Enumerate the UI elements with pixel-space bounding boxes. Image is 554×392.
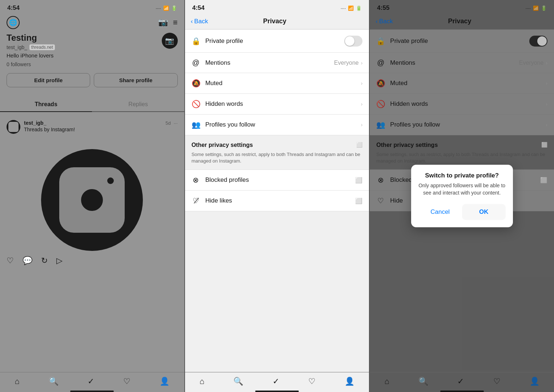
- mentions-label-2: Mentions: [205, 59, 329, 67]
- tab-replies[interactable]: Replies: [92, 97, 184, 111]
- privacy-dialog-panel: 4:55 ···· 📶 🔋 ‹ Back Privacy 🔒 Private p…: [370, 0, 554, 392]
- bottom-nav-1: ⌂ 🔍 ✓ ♡ 👤: [0, 372, 184, 388]
- private-profile-label-2: Private profile: [205, 37, 340, 45]
- muted-icon-2: 🔕: [192, 79, 200, 88]
- status-icons-1: ···· 📶 🔋: [156, 5, 177, 11]
- thread-text: Threads by Instagram!: [24, 127, 178, 132]
- profile-info: Testing test_igb_ threads.net Hello iPho…: [0, 33, 184, 97]
- private-profile-row-2[interactable]: 🔒 Private profile: [185, 29, 369, 53]
- threads-badge: threads.net: [29, 44, 55, 50]
- dialog-overlay: Switch to private profile? Only approved…: [370, 0, 554, 392]
- menu-icon[interactable]: ≡: [173, 18, 178, 27]
- muted-label-2: Muted: [205, 80, 356, 87]
- share-icon[interactable]: ▷: [56, 256, 63, 265]
- hidden-words-row-2[interactable]: 🚫 Hidden words ›: [185, 94, 369, 115]
- thread-header: test_igb_ 5d ···: [24, 120, 178, 126]
- ext-icon-likes-2: ⬜: [355, 197, 362, 204]
- thread-item: test_igb_ 5d ··· Threads by Instagram!: [0, 116, 184, 138]
- nav-home-2[interactable]: ⌂: [200, 377, 204, 386]
- lock-icon-2: 🔒: [192, 37, 200, 45]
- chevron-left-icon-2: ‹: [191, 18, 193, 25]
- status-time-1: 4:54: [7, 4, 20, 12]
- nav-likes-1[interactable]: ♡: [123, 377, 131, 386]
- profile-panel: 4:54 ···· 📶 🔋 🌐 📷 ≡ Testing test_igb_ th…: [0, 0, 184, 392]
- back-button-2[interactable]: ‹ Back: [191, 18, 208, 25]
- nav-search-1[interactable]: 🔍: [49, 377, 59, 386]
- muted-row-2[interactable]: 🔕 Muted ›: [185, 73, 369, 94]
- thread-avatar: [7, 120, 20, 134]
- chevron-icon-hidden-2: ›: [361, 101, 363, 107]
- hide-likes-row-2[interactable]: ♡̸ Hide likes ⬜: [185, 191, 369, 211]
- hide-likes-label-2: Hide likes: [205, 197, 350, 204]
- mentions-value-2: Everyone: [334, 60, 359, 66]
- status-bar-2: 4:54 ···· 📶 🔋: [185, 0, 369, 15]
- signal-icon-2: ····: [341, 5, 346, 11]
- thread-meta: 5d ···: [165, 120, 177, 126]
- avatar-image: [8, 122, 19, 132]
- private-profile-toggle-2[interactable]: [344, 36, 362, 47]
- blocked-icon-2: ⊗: [192, 176, 200, 184]
- profiles-follow-row-2[interactable]: 👥 Profiles you follow ›: [185, 115, 369, 135]
- switch-private-dialog: Switch to private profile? Only approved…: [411, 165, 513, 227]
- ext-link-icon-2: ⬜: [356, 142, 362, 148]
- top-bar-right: 📷 ≡: [158, 18, 178, 27]
- other-settings-header-2: Other privacy settings ⬜: [185, 135, 369, 151]
- hidden-words-label-2: Hidden words: [205, 100, 356, 108]
- blocked-label-2: Blocked profiles: [205, 176, 350, 184]
- profile-name: Testing: [7, 33, 55, 43]
- status-bar-1: 4:54 ···· 📶 🔋: [0, 0, 184, 15]
- profile-top-bar: 🌐 📷 ≡: [0, 15, 184, 33]
- battery-icon-2: 🔋: [356, 5, 362, 11]
- edit-profile-button[interactable]: Edit profile: [7, 73, 90, 87]
- privacy-title-2: Privacy: [263, 17, 286, 25]
- privacy-nav-bar: ‹ Back Privacy: [185, 15, 369, 29]
- profile-handle: test_igb_ threads.net: [7, 44, 55, 50]
- nav-home-1[interactable]: ⌂: [15, 377, 19, 386]
- profiles-follow-label-2: Profiles you follow: [205, 121, 356, 128]
- profile-tabs: Threads Replies: [0, 97, 184, 112]
- logo-lens: [77, 185, 107, 215]
- nav-profile-2[interactable]: 👤: [345, 377, 354, 386]
- toggle-knob-2: [345, 36, 354, 46]
- privacy-list-2: 🔒 Private profile @ Mentions Everyone › …: [185, 29, 369, 372]
- tab-threads[interactable]: Threads: [0, 97, 92, 112]
- logo-circle: [41, 149, 143, 251]
- mentions-row-2[interactable]: @ Mentions Everyone ›: [185, 53, 369, 73]
- thread-username: test_igb_: [24, 120, 46, 126]
- nav-activity-1[interactable]: ✓: [88, 377, 94, 386]
- profile-bio: Hello iPhone lovers: [7, 52, 55, 59]
- nav-activity-2[interactable]: ✓: [273, 377, 279, 386]
- dialog-ok-button[interactable]: OK: [462, 204, 506, 220]
- followers-count: 0 followers: [7, 61, 55, 67]
- status-time-2: 4:54: [192, 4, 205, 12]
- repost-icon[interactable]: ↻: [41, 256, 48, 265]
- share-profile-button[interactable]: Share profile: [94, 73, 177, 87]
- other-settings-sub-2: Some settings, such as restrict, apply t…: [185, 151, 369, 169]
- comment-icon[interactable]: 💬: [23, 256, 32, 265]
- mentions-right-2: Everyone ›: [334, 60, 362, 66]
- globe-icon[interactable]: 🌐: [7, 16, 20, 29]
- hide-likes-icon-2: ♡̸: [192, 196, 200, 205]
- nav-likes-2[interactable]: ♡: [308, 377, 316, 386]
- dialog-cancel-button[interactable]: Cancel: [418, 204, 462, 220]
- nav-search-2[interactable]: 🔍: [233, 377, 243, 386]
- wifi-icon-1: 📶: [163, 5, 169, 11]
- signal-icon-1: ····: [156, 5, 161, 11]
- profile-buttons: Edit profile Share profile: [7, 73, 178, 87]
- status-icons-2: ···· 📶 🔋: [341, 5, 362, 11]
- dialog-body: Only approved followers will be able to …: [418, 182, 506, 196]
- blocked-profiles-row-2[interactable]: ⊗ Blocked profiles ⬜: [185, 169, 369, 191]
- nav-profile-1[interactable]: 👤: [160, 377, 169, 386]
- chevron-icon-profiles-2: ›: [361, 122, 363, 128]
- thread-more-icon[interactable]: ···: [174, 120, 178, 126]
- thread-content: test_igb_ 5d ··· Threads by Instagram!: [24, 120, 178, 134]
- profile-avatar-camera[interactable]: 📷: [162, 33, 178, 49]
- logo-camera-shape: [59, 167, 125, 233]
- like-icon[interactable]: ♡: [7, 256, 14, 265]
- privacy-panel: 4:54 ···· 📶 🔋 ‹ Back Privacy 🔒 Private p…: [185, 0, 369, 392]
- home-indicator-2: [255, 391, 299, 392]
- profiles-follow-icon-2: 👥: [192, 120, 200, 129]
- camera-outline-icon[interactable]: 📷: [158, 18, 168, 27]
- thread-time: 5d: [165, 120, 170, 126]
- dialog-title: Switch to private profile?: [418, 172, 506, 179]
